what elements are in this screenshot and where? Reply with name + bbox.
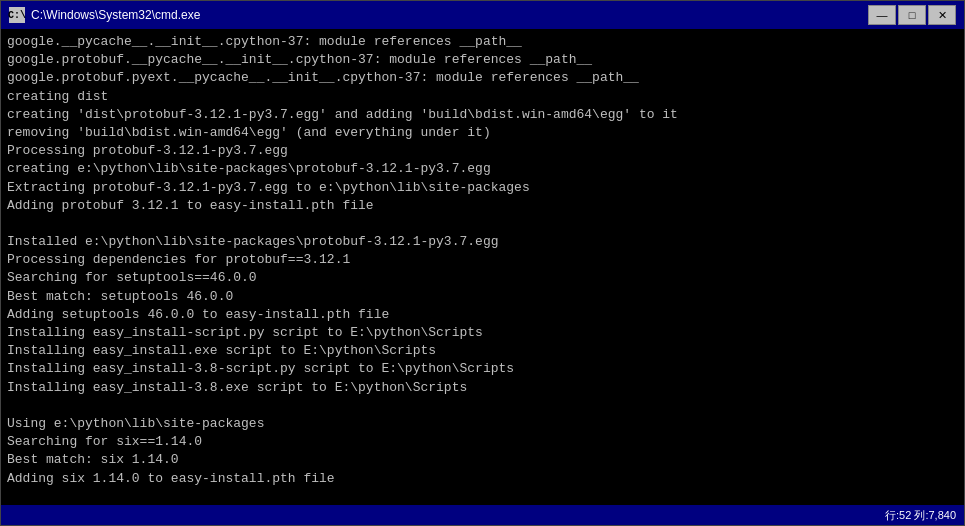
terminal-line: Using e:\python\lib\site-packages — [7, 415, 958, 433]
terminal-line: Adding six 1.14.0 to easy-install.pth fi… — [7, 470, 958, 488]
terminal-line: Adding setuptools 46.0.0 to easy-install… — [7, 306, 958, 324]
title-bar: C:\ C:\Windows\System32\cmd.exe — □ ✕ — [1, 1, 964, 29]
terminal-line: Searching for setuptools==46.0.0 — [7, 269, 958, 287]
terminal-line: Searching for six==1.14.0 — [7, 433, 958, 451]
maximize-button[interactable]: □ — [898, 5, 926, 25]
terminal-line: Processing protobuf-3.12.1-py3.7.egg — [7, 142, 958, 160]
terminal-line: creating dist — [7, 88, 958, 106]
close-button[interactable]: ✕ — [928, 5, 956, 25]
terminal-line: google.__pycache__.__init__.cpython-37: … — [7, 33, 958, 51]
terminal-line — [7, 215, 958, 233]
terminal-line: removing 'build\bdist.win-amd64\egg' (an… — [7, 124, 958, 142]
terminal-line: Installing easy_install-3.8-script.py sc… — [7, 360, 958, 378]
status-bar: 行:52 列:7,840 — [1, 505, 964, 525]
window-controls: — □ ✕ — [868, 5, 956, 25]
status-text: 行:52 列:7,840 — [885, 508, 956, 523]
cmd-window: C:\ C:\Windows\System32\cmd.exe — □ ✕ go… — [0, 0, 965, 526]
terminal-line: Processing dependencies for protobuf==3.… — [7, 251, 958, 269]
window-title: C:\Windows\System32\cmd.exe — [31, 8, 200, 22]
title-bar-left: C:\ C:\Windows\System32\cmd.exe — [9, 7, 200, 23]
terminal-line: Adding protobuf 3.12.1 to easy-install.p… — [7, 197, 958, 215]
terminal-line: Extracting protobuf-3.12.1-py3.7.egg to … — [7, 179, 958, 197]
terminal-line: Installing easy_install.exe script to E:… — [7, 342, 958, 360]
terminal-line: Installing easy_install-3.8.exe script t… — [7, 379, 958, 397]
terminal-line — [7, 488, 958, 505]
terminal-line: creating e:\python\lib\site-packages\pro… — [7, 160, 958, 178]
terminal-line: Installing easy_install-script.py script… — [7, 324, 958, 342]
terminal-line: google.protobuf.__pycache__.__init__.cpy… — [7, 51, 958, 69]
terminal-line: Best match: six 1.14.0 — [7, 451, 958, 469]
terminal-line: google.protobuf.pyext.__pycache__.__init… — [7, 69, 958, 87]
terminal-line — [7, 397, 958, 415]
terminal-output[interactable]: google.__pycache__.__init__.cpython-37: … — [1, 29, 964, 505]
terminal-line: Best match: setuptools 46.0.0 — [7, 288, 958, 306]
cmd-icon: C:\ — [9, 7, 25, 23]
terminal-line: Installed e:\python\lib\site-packages\pr… — [7, 233, 958, 251]
minimize-button[interactable]: — — [868, 5, 896, 25]
terminal-line: creating 'dist\protobuf-3.12.1-py3.7.egg… — [7, 106, 958, 124]
